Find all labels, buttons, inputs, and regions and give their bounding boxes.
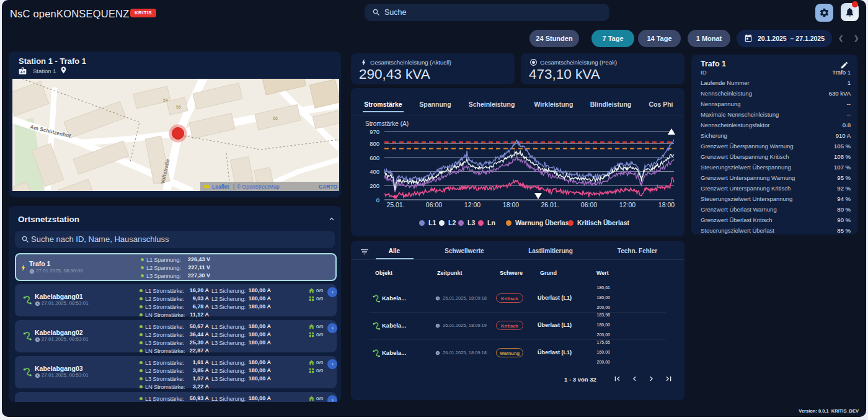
svg-text:18:00: 18:00 <box>658 201 675 208</box>
svg-text:06:00: 06:00 <box>426 201 442 208</box>
svg-text:0: 0 <box>376 197 379 203</box>
svg-text:|: | <box>233 184 234 190</box>
svg-text:54: 54 <box>163 98 168 102</box>
svg-text:200: 200 <box>370 182 379 189</box>
svg-text:18:00: 18:00 <box>503 201 519 208</box>
svg-text:66: 66 <box>273 116 278 120</box>
svg-text:12:00: 12:00 <box>619 201 636 208</box>
svg-text:26.01.: 26.01. <box>541 201 559 208</box>
svg-text:600: 600 <box>370 154 379 161</box>
svg-text:400: 400 <box>370 168 379 175</box>
svg-text:06:00: 06:00 <box>581 201 597 208</box>
svg-text:CARTO: CARTO <box>319 184 337 190</box>
svg-text:12:00: 12:00 <box>464 201 480 208</box>
svg-text:25.01.: 25.01. <box>386 201 404 208</box>
svg-text:© OpenStreetMap: © OpenStreetMap <box>237 184 280 190</box>
svg-text:Leaflet: Leaflet <box>212 184 229 190</box>
svg-text:970: 970 <box>370 128 379 135</box>
svg-text:56: 56 <box>176 105 181 109</box>
svg-text:800: 800 <box>370 140 379 147</box>
